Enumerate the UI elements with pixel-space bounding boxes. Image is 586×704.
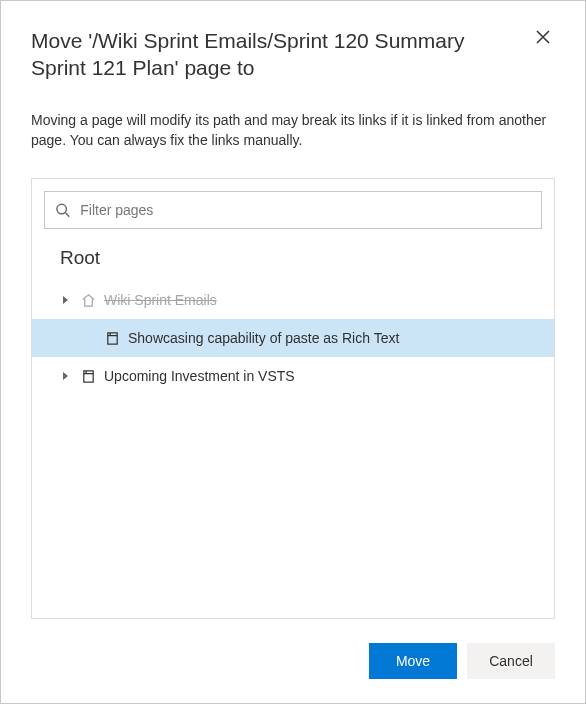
move-page-dialog: Move '/Wiki Sprint Emails/Sprint 120 Sum… [0,0,586,704]
svg-point-0 [57,204,67,214]
dialog-description: Moving a page will modify its path and m… [31,110,555,151]
chevron-right-icon[interactable] [60,371,72,381]
filter-wrap [44,191,542,229]
move-button[interactable]: Move [369,643,457,679]
page-icon [104,330,120,346]
page-icon [80,368,96,384]
tree-row-label: Upcoming Investment in VSTS [104,368,295,384]
dialog-header: Move '/Wiki Sprint Emails/Sprint 120 Sum… [31,27,555,82]
svg-rect-2 [83,371,92,382]
close-icon [536,30,550,44]
cancel-button[interactable]: Cancel [467,643,555,679]
svg-rect-1 [107,333,116,344]
tree-row-label: Wiki Sprint Emails [104,292,217,308]
home-icon [80,292,96,308]
tree-root-label: Root [32,229,554,281]
chevron-right-icon [60,295,72,305]
tree-row-label: Showcasing capability of paste as Rich T… [128,330,399,346]
page-tree-panel: Root Wiki Sprint EmailsShowcasing capabi… [31,178,555,619]
tree-row: Wiki Sprint Emails [32,281,554,319]
dialog-footer: Move Cancel [31,643,555,679]
tree-row[interactable]: Upcoming Investment in VSTS [32,357,554,395]
tree-row[interactable]: Showcasing capability of paste as Rich T… [32,319,554,357]
filter-pages-input[interactable] [78,201,531,219]
search-icon [55,202,70,218]
close-button[interactable] [531,25,555,49]
filter-input-box[interactable] [44,191,542,229]
dialog-title: Move '/Wiki Sprint Emails/Sprint 120 Sum… [31,27,519,82]
page-tree-list: Wiki Sprint EmailsShowcasing capability … [32,281,554,395]
